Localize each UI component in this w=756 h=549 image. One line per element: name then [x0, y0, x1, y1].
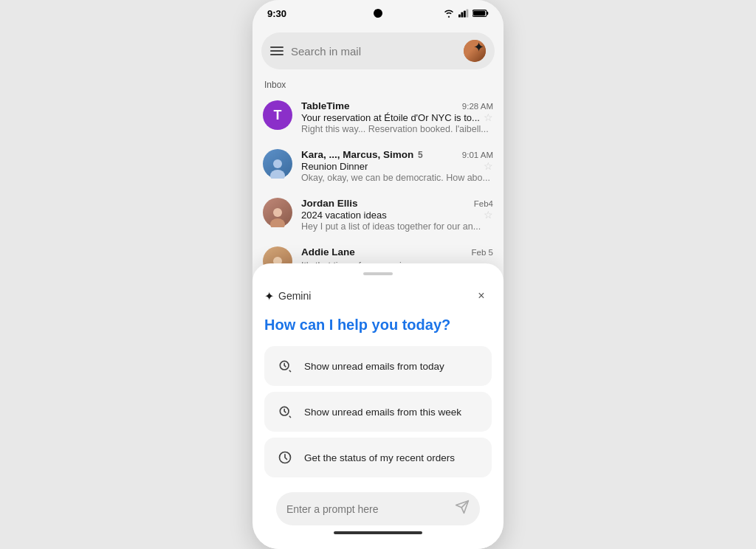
sparkle-button[interactable]: ✦ [467, 35, 490, 59]
suggestion-text-3: Get the status of my recent orders [304, 452, 455, 463]
search-bar[interactable]: Search in mail [261, 32, 495, 69]
status-bar: 9:30 [252, 0, 504, 27]
prompt-area [264, 483, 492, 549]
gemini-title-row: ✦ Gemini [264, 289, 311, 303]
email-content: TableTime 9:28 AM Your reservation at Ét… [301, 100, 493, 134]
sheet-handle [363, 272, 393, 275]
svg-rect-0 [458, 14, 461, 17]
clock-icon [275, 447, 295, 468]
prompt-input-row [276, 492, 480, 525]
email-list: T TableTime 9:28 AM Your reservation at … [252, 93, 504, 283]
email-avatar [263, 198, 292, 227]
email-preview: Hey I put a list of ideas together for o… [301, 221, 493, 232]
svg-rect-5 [487, 12, 488, 15]
svg-point-9 [273, 208, 282, 217]
email-sender: Addie Lane [301, 246, 469, 258]
email-avatar: T [263, 100, 292, 130]
svg-point-10 [270, 218, 285, 227]
email-content: Kara, ..., Marcus, Simon 5 9:01 AM Reuni… [301, 149, 493, 183]
gemini-header: ✦ Gemini × [264, 286, 492, 306]
wifi-icon [443, 9, 455, 18]
signal-icon [458, 9, 469, 18]
search-bar-container: Search in mail ✦ [252, 27, 504, 75]
suggestion-card-1[interactable]: Show unread emails from today [264, 346, 492, 386]
suggestion-text-1: Show unread emails from today [304, 361, 444, 372]
email-sender: TableTime [301, 100, 459, 111]
send-button[interactable] [455, 500, 470, 518]
battery-icon [472, 9, 489, 18]
email-content: Jordan Ellis Feb4 2024 vacation ideas ☆ … [301, 198, 493, 232]
home-indicator [334, 531, 422, 534]
star-icon[interactable]: ☆ [484, 111, 493, 123]
search-refresh-icon-2 [275, 401, 295, 422]
close-button[interactable]: × [471, 286, 492, 306]
email-time: 9:28 AM [462, 102, 493, 111]
hamburger-icon[interactable] [270, 46, 284, 55]
email-preview: Right this way... Reservation booked. l'… [301, 124, 493, 134]
star-icon[interactable]: ☆ [484, 160, 493, 172]
phone-container: 9:30 [252, 0, 504, 549]
svg-rect-2 [464, 11, 466, 18]
gemini-sheet: ✦ Gemini × How can I help you today? Sho… [252, 263, 504, 549]
suggestion-card-2[interactable]: Show unread emails from this week [264, 392, 492, 432]
star-icon[interactable]: ☆ [484, 209, 493, 221]
svg-rect-1 [461, 13, 464, 18]
email-time: 9:01 AM [462, 151, 493, 159]
suggestion-card-3[interactable]: Get the status of my recent orders [264, 438, 492, 477]
search-placeholder[interactable]: Search in mail [291, 45, 456, 58]
svg-point-7 [273, 159, 282, 168]
email-time: Feb 5 [472, 248, 493, 257]
prompt-input[interactable] [286, 503, 449, 515]
email-subject: 2024 vacation ideas [301, 210, 387, 221]
camera-dot [374, 9, 382, 18]
email-time: Feb4 [474, 199, 493, 208]
email-subject: Reunion Dinner [301, 161, 368, 172]
email-sender: Jordan Ellis [301, 198, 471, 209]
svg-rect-3 [467, 9, 469, 17]
gemini-star-icon: ✦ [264, 289, 274, 303]
suggestion-text-2: Show unread emails from this week [304, 407, 461, 418]
svg-point-8 [270, 170, 285, 179]
email-preview: Okay, okay, we can be democratic. How ab… [301, 173, 493, 183]
status-icons [443, 9, 489, 18]
email-item[interactable]: Jordan Ellis Feb4 2024 vacation ideas ☆ … [252, 190, 504, 239]
email-avatar [263, 149, 292, 179]
inbox-label: Inbox [252, 75, 504, 93]
search-refresh-icon [275, 356, 295, 376]
sparkle-icon: ✦ [473, 39, 484, 55]
email-subject: Your reservation at Étoile d'Or NYC is t… [301, 112, 480, 123]
status-time: 9:30 [267, 8, 286, 19]
svg-rect-6 [473, 11, 485, 16]
email-item[interactable]: T TableTime 9:28 AM Your reservation at … [252, 93, 504, 142]
email-sender: Kara, ..., Marcus, Simon 5 [301, 149, 459, 160]
email-item[interactable]: Kara, ..., Marcus, Simon 5 9:01 AM Reuni… [252, 142, 504, 190]
gemini-question: How can I help you today? [264, 315, 492, 334]
gemini-title: Gemini [278, 290, 311, 302]
